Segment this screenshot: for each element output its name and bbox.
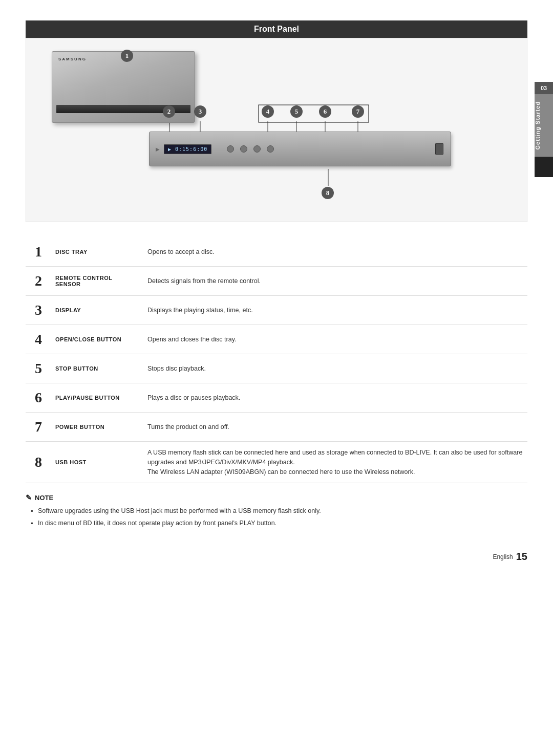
- item-description: Detects signals from the remote control.: [143, 267, 527, 296]
- item-number: 8: [26, 442, 51, 483]
- callout-1: 1: [121, 50, 133, 62]
- item-label: OPEN/CLOSE BUTTON: [51, 325, 143, 354]
- page-container: 03 Getting Started Front Panel: [0, 0, 553, 756]
- table-row: 2REMOTE CONTROL SENSORDetects signals fr…: [26, 267, 527, 296]
- item-description: Displays the playing status, time, etc.: [143, 296, 527, 325]
- note-item: Software upgrades using the USB Host jac…: [31, 506, 527, 516]
- item-description: Turns the product on and off.: [143, 413, 527, 442]
- note-label: NOTE: [35, 494, 53, 502]
- items-table: 1DISC TRAYOpens to accept a disc.2REMOTE…: [26, 237, 527, 483]
- table-row: 8USB HOSTA USB memory flash stick can be…: [26, 442, 527, 483]
- item-description: Stops disc playback.: [143, 354, 527, 383]
- item-label: DISC TRAY: [51, 237, 143, 267]
- front-device: ▶ ▶ 0:15:6:00: [149, 132, 451, 166]
- table-row: 4OPEN/CLOSE BUTTONOpens and closes the d…: [26, 325, 527, 354]
- side-tab: 03 Getting Started: [535, 82, 553, 177]
- item-number: 7: [26, 413, 51, 442]
- note-icon: ✎: [26, 493, 32, 502]
- section-header: Front Panel: [26, 20, 527, 38]
- device-logo: SAMSUNG: [58, 57, 87, 61]
- table-row: 3DISPLAYDisplays the playing status, tim…: [26, 296, 527, 325]
- item-label: POWER BUTTON: [51, 413, 143, 442]
- diagram-area: SAMSUNG ▶ ▶ 0:15:6:00: [26, 38, 527, 222]
- stop-btn: [240, 145, 247, 153]
- callout-5: 5: [290, 105, 303, 118]
- footer-page-number: 15: [516, 551, 527, 563]
- callout-6: 6: [319, 105, 331, 118]
- side-tab-accent: [535, 157, 553, 177]
- table-row: 7POWER BUTTONTurns the product on and of…: [26, 413, 527, 442]
- item-description: A USB memory flash stick can be connecte…: [143, 442, 527, 483]
- item-description: Opens and closes the disc tray.: [143, 325, 527, 354]
- item-number: 4: [26, 325, 51, 354]
- power-btn: [267, 145, 274, 153]
- open-close-btn: [227, 145, 234, 153]
- top-device: SAMSUNG: [52, 51, 210, 133]
- usb-host: [435, 143, 443, 155]
- item-number: 2: [26, 267, 51, 296]
- play-pause-btn: [253, 145, 261, 153]
- front-buttons: [227, 145, 274, 153]
- play-indicator: ▶: [156, 146, 160, 152]
- chapter-number: 03: [535, 82, 553, 94]
- item-label: USB HOST: [51, 442, 143, 483]
- note-item: In disc menu of BD title, it does not op…: [31, 518, 527, 528]
- table-row: 5STOP BUTTONStops disc playback.: [26, 354, 527, 383]
- page-footer: English 15: [0, 541, 553, 573]
- callout-7: 7: [352, 105, 364, 118]
- item-label: STOP BUTTON: [51, 354, 143, 383]
- item-number: 5: [26, 354, 51, 383]
- main-content: Front Panel: [26, 0, 527, 541]
- item-number: 3: [26, 296, 51, 325]
- footer-language: English: [493, 553, 513, 560]
- note-list: Software upgrades using the USB Host jac…: [26, 506, 527, 528]
- chapter-title: Getting Started: [535, 94, 553, 157]
- callout-4: 4: [262, 105, 274, 118]
- item-label: DISPLAY: [51, 296, 143, 325]
- table-row: 1DISC TRAYOpens to accept a disc.: [26, 237, 527, 267]
- item-label: REMOTE CONTROL SENSOR: [51, 267, 143, 296]
- callout-8: 8: [322, 187, 334, 199]
- front-device-body: ▶ ▶ 0:15:6:00: [149, 132, 451, 166]
- note-section: ✎ NOTE Software upgrades using the USB H…: [26, 493, 527, 541]
- table-row: 6PLAY/PAUSE BUTTONPlays a disc or pauses…: [26, 383, 527, 413]
- section-title: Front Panel: [254, 25, 299, 33]
- device-wrapper: SAMSUNG ▶ ▶ 0:15:6:00: [26, 38, 527, 222]
- item-number: 6: [26, 383, 51, 413]
- item-description: Opens to accept a disc.: [143, 237, 527, 267]
- note-title: ✎ NOTE: [26, 493, 527, 502]
- front-display: ▶ 0:15:6:00: [164, 144, 211, 154]
- item-number: 1: [26, 237, 51, 267]
- callout-3: 3: [194, 105, 206, 118]
- item-description: Plays a disc or pauses playback.: [143, 383, 527, 413]
- callout-2: 2: [163, 105, 175, 118]
- item-label: PLAY/PAUSE BUTTON: [51, 383, 143, 413]
